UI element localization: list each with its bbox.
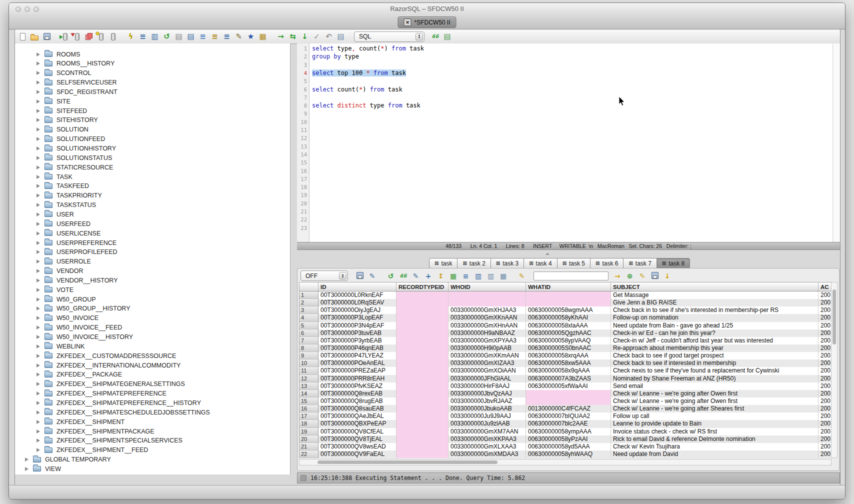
cell-id[interactable]: 00T3000000L0RqSEAV [318, 299, 396, 306]
splitter-grip-icon[interactable] [546, 252, 550, 255]
tree-item-taskpriority[interactable]: TASKPRIORITY [36, 191, 102, 200]
cell-subject[interactable]: Check w/ Kevin Tsujihara [611, 443, 818, 450]
tree-item-vendor[interactable]: VENDOR [36, 266, 83, 276]
cell-id[interactable]: 00T3000000OiyJgEAJ [318, 306, 396, 314]
disclosure-triangle-icon[interactable] [36, 52, 40, 56]
cell-whoid[interactable]: 0033000000H9i0pAAB [448, 344, 526, 352]
grid-horizontal-scrollbar[interactable] [299, 459, 832, 466]
disclosure-triangle-icon[interactable] [36, 222, 40, 226]
tree-item-w50-invoice-feed[interactable]: W50_INVOICE__FEED [36, 323, 122, 332]
cell-whatid[interactable] [526, 398, 611, 405]
disclosure-triangle-icon[interactable] [36, 118, 40, 122]
cell-subject[interactable]: Check nexis to see if they've found a re… [611, 367, 818, 374]
row-number-cell[interactable]: 20 [300, 436, 318, 443]
cell-id[interactable]: 00T3000000L0RknEAF [318, 292, 396, 299]
disclosure-triangle-icon[interactable] [36, 392, 40, 396]
table-row[interactable]: 500T3000000P3N4pEAF0033000000GmXHnAAN006… [300, 322, 831, 330]
cell-recordtypeid[interactable] [396, 420, 448, 428]
cell-ac[interactable]: 200 [818, 344, 832, 352]
cell-id[interactable]: 00T3000000QAeJbEAL [318, 412, 396, 420]
disclosure-triangle-icon[interactable] [36, 288, 40, 292]
cell-subject[interactable]: Follow up call [611, 412, 818, 420]
cell-recordtypeid[interactable] [396, 367, 448, 374]
disclosure-triangle-icon[interactable] [36, 344, 40, 348]
cell-ac[interactable]: 200 [818, 382, 832, 390]
cell-whatid[interactable]: 00630000005S0bnAAC [526, 344, 611, 352]
tree-item-scontrol[interactable]: SCONTROL [36, 68, 91, 78]
table-row[interactable]: 300T3000000OiyJgEAJ0033000000GmXHJAA3006… [300, 306, 831, 314]
cell-recordtypeid[interactable] [396, 330, 448, 337]
cell-subject[interactable]: Need update from Bain - gave go ahead 1/… [611, 322, 818, 330]
close-tab-icon[interactable]: ⊠ [434, 260, 438, 266]
cell-whoid[interactable]: 0033000000GmXPYAA3 [448, 337, 526, 344]
cell-recordtypeid[interactable] [396, 344, 448, 352]
cell-id[interactable]: 00T3000000QV8TjEAL [318, 436, 396, 443]
cell-whoid[interactable]: 0033000000GmXIZAA3 [448, 360, 526, 367]
cell-ac[interactable]: 200 [818, 405, 832, 412]
cell-recordtypeid[interactable] [396, 299, 448, 306]
column-header-whatid[interactable]: WHATID [526, 282, 611, 291]
highlight-icon[interactable]: ✎ [517, 270, 526, 281]
result-tab-task[interactable]: ⊠task [429, 258, 458, 268]
cell-whoid[interactable] [448, 292, 526, 299]
close-tab-icon[interactable]: ⊠ [662, 260, 666, 266]
tree-item-user[interactable]: USER [36, 210, 74, 219]
cell-ac[interactable]: 200 [818, 390, 832, 398]
tree-item-zkfedex-shipmentpackage[interactable]: ZKFEDEX__SHIPMENTPACKAGE [36, 426, 154, 436]
book-icon[interactable]: ▤ [186, 32, 196, 42]
cell-whatid[interactable] [526, 292, 611, 299]
cell-id[interactable]: 00T3000000P46qnEAB [318, 344, 396, 352]
tree-item-userfeed[interactable]: USERFEED [36, 219, 90, 228]
result-tab-task-5[interactable]: ⊠task 5 [558, 258, 590, 268]
disclosure-triangle-icon[interactable] [36, 166, 40, 170]
cell-recordtypeid[interactable] [396, 443, 448, 450]
cell-ac[interactable]: 200 [818, 299, 832, 306]
table-row[interactable]: 2200T3000000QV9FaEAL0033000000GmXMDAA300… [300, 450, 831, 458]
cell-recordtypeid[interactable] [396, 382, 448, 390]
row-number-cell[interactable]: 15 [300, 398, 318, 405]
disclosure-triangle-icon[interactable] [36, 278, 40, 282]
cell-subject[interactable]: Get Massage [611, 292, 818, 299]
close-tab-icon[interactable]: ⊠ [496, 260, 500, 266]
cell-whatid[interactable]: 00630000005QgzhAAC [526, 330, 611, 337]
tree-item-site[interactable]: SITE [36, 96, 70, 106]
cell-ac[interactable]: 200 [818, 314, 832, 322]
cell-whoid[interactable]: 0033000000Ju9J9AAJ [448, 412, 526, 420]
list-align-icon[interactable]: ≡ [222, 32, 232, 42]
disclosure-triangle-icon[interactable] [36, 90, 40, 94]
table-row[interactable]: 1800T3000000QBXPeEAP0033000000Ju9zlAAB00… [300, 420, 831, 428]
cell-subject[interactable]: Give Jenn a BIG RAISE [611, 299, 818, 306]
swap-icon[interactable]: ⇆ [288, 32, 298, 42]
cell-id[interactable]: 00T3000000P3LopEAF [318, 314, 396, 322]
scrollbar-thumb[interactable] [832, 290, 836, 344]
save-icon[interactable] [42, 32, 52, 42]
tree-item-w50-invoice-history[interactable]: W50_INVOICE__HISTORY [36, 332, 133, 342]
tree-item-zkfedex-internationalcommodity[interactable]: ZKFEDEX__INTERNATIONALCOMMODITY [36, 360, 180, 370]
cell-recordtypeid[interactable] [396, 436, 448, 443]
cell-id[interactable]: 00T3000000Q8rexEAB [318, 390, 396, 398]
database-icon[interactable] [108, 32, 118, 42]
cell-whatid[interactable]: 00630000007bIQUAA2 [526, 412, 611, 420]
close-tab-icon[interactable]: ⊠ [596, 260, 600, 266]
tree-item-w50-invoice[interactable]: W50_INVOICE [36, 314, 98, 323]
column-header-id[interactable]: ID [318, 282, 396, 291]
title-bar[interactable]: RazorSQL – SFDCW50 II ✕ *SFDCW50 II [9, 3, 845, 30]
disclosure-triangle-icon[interactable] [36, 184, 40, 188]
cell-subject[interactable]: Check-in w/ Ed - can he join this year? [611, 330, 818, 337]
cell-ac[interactable]: 200 [818, 337, 832, 344]
disclosure-triangle-icon[interactable] [36, 410, 40, 414]
cell-subject[interactable]: Check w/ Leanne - we're going after Owen… [611, 390, 818, 398]
scrollbar-thumb[interactable] [318, 460, 498, 464]
row-number-cell[interactable]: 16 [300, 405, 318, 412]
cell-id[interactable]: 00T3000000Q8sauEAB [318, 405, 396, 412]
cell-whatid[interactable]: 00630000005xfWaAAI [526, 382, 611, 390]
tree-item-solutionhistory[interactable]: SOLUTIONHISTORY [36, 144, 116, 154]
tree-item-weblink[interactable]: WEBLINK [36, 342, 84, 351]
cell-recordtypeid[interactable] [396, 398, 448, 405]
tree-item-taskfeed[interactable]: TASKFEED [36, 182, 89, 191]
cell-subject[interactable]: Check back to see if good target prospec… [611, 352, 818, 360]
tree-item-solutionstatus[interactable]: SOLUTIONSTATUS [36, 153, 112, 162]
cell-whatid[interactable]: 00630000007A3bZAAS [526, 375, 611, 382]
table-row[interactable]: 600T3000000P3tuvEAB0033000000H9aNBAAZ006… [300, 330, 831, 337]
import-icon[interactable]: ⊕ [625, 270, 634, 281]
